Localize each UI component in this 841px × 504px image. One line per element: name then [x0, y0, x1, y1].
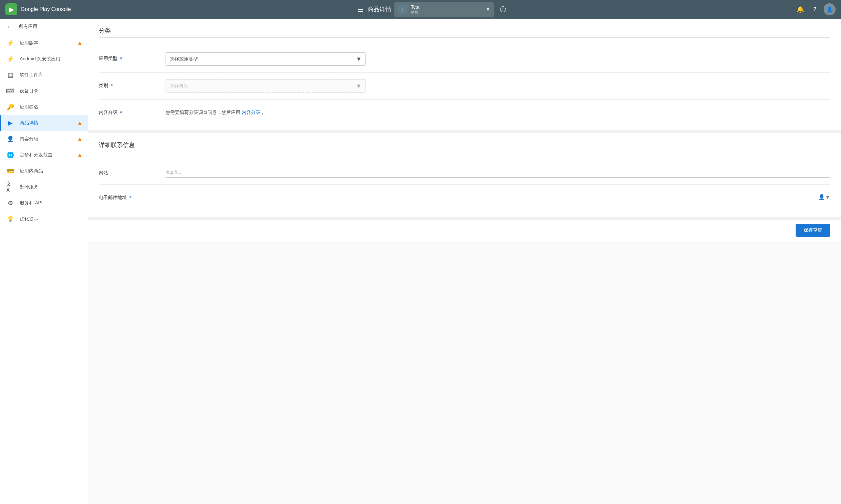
category-select-wrapper: 选择类别 ▼ — [166, 79, 366, 93]
page-title-topbar: 商品详情 — [367, 5, 392, 13]
logo-icon: ▶ — [5, 3, 17, 15]
classification-section: 分类 应用类型 * 选择应用类型 ▼ 类别 * — [88, 19, 841, 133]
services-api-icon: ⚙ — [6, 199, 14, 207]
sidebar-item-device-catalog[interactable]: ⌨ 设备目录 — [0, 83, 88, 99]
content-rating-text: 您需要填写分级调查问卷，然后应用 内容分级 。 — [166, 106, 830, 116]
device-catalog-icon: ⌨ — [6, 87, 14, 95]
app-selector-text: Test 草稿 — [411, 4, 482, 15]
sidebar-label-software-library: 软件工件库 — [20, 72, 82, 78]
category-select[interactable]: 选择类别 — [166, 79, 366, 93]
email-input-wrapper: 👤▼ — [166, 191, 830, 202]
email-label: 电子邮件地址 * — [99, 191, 166, 201]
topbar-center: ☰ 商品详情 T Test 草稿 ▼ ⓘ — [356, 2, 509, 17]
content-rating-icon: 👤 — [6, 135, 14, 143]
email-row: 电子邮件地址 * 👤▼ — [99, 185, 830, 209]
website-input[interactable] — [166, 167, 830, 178]
sidebar-item-translation[interactable]: 文A 翻译服务 — [0, 179, 88, 195]
app-type-select-wrapper: 选择应用类型 ▼ — [166, 52, 366, 66]
sidebar-label-content-rating: 内容分级 — [20, 136, 72, 142]
app-signing-icon: 🔑 — [6, 103, 14, 111]
app-version-icon: ⚡ — [6, 39, 14, 47]
logo-text: Google Play Console — [21, 6, 71, 12]
sidebar-item-services-api[interactable]: ⚙ 服务和 API — [0, 195, 88, 211]
sidebar-label-device-catalog: 设备目录 — [20, 88, 82, 94]
store-listing-icon: ▶ — [6, 119, 14, 127]
category-row: 类别 * 选择类别 ▼ — [99, 73, 830, 100]
notifications-button[interactable]: 🔔 — [794, 3, 806, 15]
back-label: 所有应用 — [19, 24, 37, 30]
help-button[interactable]: ? — [809, 3, 821, 15]
app-type-control: 选择应用类型 ▼ — [166, 52, 830, 66]
sidebar-back-button[interactable]: ← 所有应用 — [0, 19, 88, 35]
sidebar-item-in-app-products[interactable]: 💳 应用内商品 — [0, 163, 88, 179]
topbar: ▶ Google Play Console ☰ 商品详情 T Test 草稿 ▼… — [0, 0, 841, 19]
pricing-icon: 🌐 — [6, 151, 14, 159]
software-library-icon: ▦ — [6, 71, 14, 79]
content-rating-label: 内容分级 * — [99, 106, 166, 116]
app-type-row: 应用类型 * 选择应用类型 ▼ — [99, 46, 830, 73]
contact-section: 详细联系信息 网站 电子邮件地址 * — [88, 133, 841, 220]
contact-divider — [99, 152, 830, 152]
sidebar-label-optimization: 优化提示 — [20, 216, 82, 222]
sidebar-label-in-app-products: 应用内商品 — [20, 168, 82, 174]
content-rating-link[interactable]: 内容分级 — [242, 110, 260, 115]
sidebar-item-pricing[interactable]: 🌐 定价和分发范围 ▲ — [0, 147, 88, 163]
main-layout: ← 所有应用 ⚡ 应用版本 ▲ ⚡ Android 免安装应用 ▦ 软件工件库 … — [0, 19, 841, 504]
info-button[interactable]: ⓘ — [497, 3, 509, 15]
sidebar-label-store-listing: 商品详情 — [20, 120, 72, 126]
selector-arrow-icon: ▼ — [485, 7, 490, 12]
email-person-icon: 👤▼ — [818, 194, 830, 200]
sidebar-item-android-instant[interactable]: ⚡ Android 免安装应用 — [0, 51, 88, 67]
classification-title: 分类 — [99, 27, 830, 35]
content-rating-badge: ▲ — [77, 136, 82, 142]
sidebar-label-android-instant: Android 免安装应用 — [20, 56, 82, 62]
classification-divider — [99, 37, 830, 38]
website-control — [166, 167, 830, 178]
app-type-select[interactable]: 选择应用类型 — [166, 52, 366, 66]
sidebar-item-software-library[interactable]: ▦ 软件工件库 — [0, 67, 88, 83]
sidebar-item-store-listing[interactable]: ▶ 商品详情 ▲ — [0, 115, 88, 131]
avatar-button[interactable]: 👤 — [824, 3, 836, 15]
app-logo: ▶ Google Play Console — [5, 3, 71, 15]
optimization-icon: 💡 — [6, 215, 14, 223]
save-bar: 保存草稿 — [88, 220, 841, 241]
pricing-badge: ▲ — [77, 152, 82, 158]
back-icon: ← — [5, 23, 13, 31]
contact-title: 详细联系信息 — [99, 141, 830, 149]
topbar-left: ▶ Google Play Console — [5, 3, 71, 15]
email-input[interactable] — [166, 191, 830, 202]
sidebar-item-optimization[interactable]: 💡 优化提示 — [0, 211, 88, 227]
website-row: 网站 — [99, 160, 830, 185]
app-selector[interactable]: T Test 草稿 ▼ — [394, 2, 494, 17]
email-control: 👤▼ — [166, 191, 830, 202]
category-required: * — [111, 83, 113, 88]
sidebar-label-app-signing: 应用签名 — [20, 104, 82, 110]
menu-button[interactable]: ☰ — [356, 4, 365, 15]
topbar-right: 🔔 ? 👤 — [794, 3, 836, 15]
category-label: 类别 * — [99, 79, 166, 89]
translation-icon: 文A — [6, 183, 14, 191]
email-required: * — [130, 195, 131, 200]
sidebar-item-content-rating[interactable]: 👤 内容分级 ▲ — [0, 131, 88, 147]
sidebar-label-pricing: 定价和分发范围 — [20, 152, 72, 158]
sidebar-item-app-signing[interactable]: 🔑 应用签名 — [0, 99, 88, 115]
sidebar-label-translation: 翻译服务 — [20, 184, 82, 190]
save-draft-button[interactable]: 保存草稿 — [795, 224, 830, 237]
app-type-label: 应用类型 * — [99, 52, 166, 62]
store-listing-badge: ▲ — [77, 120, 82, 126]
sidebar-item-app-version[interactable]: ⚡ 应用版本 ▲ — [0, 35, 88, 51]
website-label: 网站 — [99, 167, 166, 176]
android-instant-icon: ⚡ — [6, 55, 14, 63]
app-version-badge: ▲ — [77, 40, 82, 46]
content-rating-control: 您需要填写分级调查问卷，然后应用 内容分级 。 — [166, 106, 830, 116]
app-name: Test — [411, 4, 482, 10]
in-app-products-icon: 💳 — [6, 167, 14, 175]
category-control: 选择类别 ▼ — [166, 79, 830, 93]
content-rating-required: * — [120, 110, 122, 115]
sidebar-label-services-api: 服务和 API — [20, 200, 82, 206]
content-area: 分类 应用类型 * 选择应用类型 ▼ 类别 * — [88, 19, 841, 504]
app-status: 草稿 — [411, 10, 482, 15]
sidebar: ← 所有应用 ⚡ 应用版本 ▲ ⚡ Android 免安装应用 ▦ 软件工件库 … — [0, 19, 88, 504]
sidebar-label-app-version: 应用版本 — [20, 40, 72, 46]
app-selector-icon: T — [398, 5, 408, 14]
